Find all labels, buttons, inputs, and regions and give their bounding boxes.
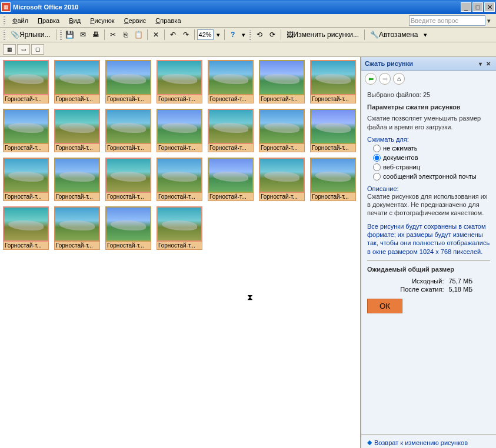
thumbnail-image[interactable] [3, 109, 49, 144]
compress-radio-option[interactable]: сообщений электронной почты [373, 173, 490, 180]
minimize-button[interactable]: _ [461, 2, 471, 12]
zoom-combo[interactable]: 42% [197, 29, 214, 40]
thumbnail-item[interactable]: Горностай-т... [54, 60, 100, 103]
thumbnail-item[interactable]: Горностай-т... [157, 109, 202, 152]
save-icon[interactable]: 💾 [64, 29, 76, 41]
thumbnail-pane[interactable]: Горностай-т...Горностай-т...Горностай-т.… [0, 57, 361, 448]
toolbar-grip-2[interactable] [60, 29, 62, 40]
radio-input[interactable] [373, 145, 381, 152]
zoom-dropdown[interactable]: ▾ [215, 31, 222, 39]
thumbnail-item[interactable]: Горностай-т... [3, 206, 49, 250]
thumbnail-image[interactable] [157, 158, 202, 193]
thumbnail-image[interactable] [310, 60, 356, 95]
delete-icon[interactable]: ✕ [150, 29, 162, 41]
menu-picture[interactable]: Рисунок [85, 16, 119, 25]
rotate-right-icon[interactable]: ⟳ [267, 29, 278, 41]
thumbnail-item[interactable]: Горностай-т... [54, 158, 100, 201]
return-link[interactable]: Возврат к изменению рисунков [374, 439, 468, 446]
thumbnail-item[interactable]: Горностай-т... [105, 60, 151, 103]
nav-back-icon[interactable]: ⬅ [365, 73, 377, 85]
thumbnail-image[interactable] [105, 109, 151, 144]
single-view-icon[interactable]: ▢ [31, 44, 44, 55]
thumbnail-item[interactable]: Горностай-т... [310, 158, 356, 201]
thumbnail-item[interactable]: Горностай-т... [259, 109, 305, 152]
filmstrip-view-icon[interactable]: ▭ [17, 44, 30, 55]
close-button[interactable]: ✕ [484, 2, 495, 12]
ok-button[interactable]: ОК [367, 299, 402, 313]
menu-tools[interactable]: Сервис [119, 16, 151, 25]
compress-radio-option[interactable]: не сжимать [373, 145, 490, 152]
maximize-button[interactable]: □ [472, 2, 483, 12]
thumbnail-image[interactable] [208, 158, 254, 193]
thumbnail-image[interactable] [259, 60, 305, 95]
thumbnail-image[interactable] [105, 206, 151, 242]
thumbnail-item[interactable]: Горностай-т... [208, 158, 254, 201]
compress-radio-option[interactable]: веб-страниц [373, 163, 490, 171]
mail-icon[interactable]: ✉ [77, 29, 89, 41]
edit-pictures-button[interactable]: 🖼 Изменить рисунки... [284, 29, 362, 41]
thumbnail-item[interactable]: Горностай-т... [157, 60, 202, 103]
thumbnail-image[interactable] [54, 60, 100, 95]
paste-icon[interactable]: 📋 [133, 29, 145, 41]
thumbnail-image[interactable] [208, 60, 254, 95]
thumbnail-item[interactable]: Горностай-т... [3, 109, 49, 152]
rotate-left-icon[interactable]: ⟲ [254, 29, 265, 41]
thumbnail-item[interactable]: Горностай-т... [54, 206, 100, 250]
thumbnail-item[interactable]: Горностай-т... [105, 206, 151, 250]
thumbnail-image[interactable] [157, 60, 202, 95]
radio-input[interactable] [373, 163, 381, 171]
menu-help[interactable]: Справка [151, 16, 185, 25]
thumbnail-image[interactable] [310, 109, 356, 144]
radio-input[interactable] [373, 154, 381, 162]
help-question-box[interactable]: Введите вопрос [409, 15, 485, 26]
thumbnail-image[interactable] [157, 206, 202, 242]
menu-view[interactable]: Вид [64, 16, 85, 25]
shortcuts-button[interactable]: 📎 Ярлыки... [8, 29, 54, 41]
thumbnail-image[interactable] [54, 206, 100, 242]
thumbnail-image[interactable] [105, 158, 151, 193]
thumbnail-image[interactable] [157, 109, 202, 144]
print-icon[interactable]: 🖶 [90, 29, 102, 41]
thumbnail-item[interactable]: Горностай-т... [3, 60, 49, 103]
thumbnail-image[interactable] [259, 158, 305, 193]
thumbnail-image[interactable] [54, 109, 100, 144]
copy-icon[interactable]: ⎘ [120, 29, 132, 41]
thumbnail-image[interactable] [3, 158, 49, 193]
redo-icon[interactable]: ↷ [180, 29, 192, 41]
help-icon[interactable]: ? [227, 29, 239, 41]
menu-edit[interactable]: Правка [33, 16, 64, 25]
nav-forward-icon[interactable]: ➡ [379, 73, 391, 85]
thumbnail-image[interactable] [208, 109, 254, 144]
task-pane-close-icon[interactable]: ✕ [484, 59, 492, 68]
menu-file[interactable]: Файл [8, 16, 33, 25]
thumbnail-image[interactable] [310, 158, 356, 193]
toolbar-grip-1[interactable] [4, 29, 5, 40]
cut-icon[interactable]: ✂ [107, 29, 119, 41]
compress-radio-option[interactable]: документов [373, 154, 490, 162]
thumbnail-item[interactable]: Горностай-т... [208, 109, 254, 152]
thumbnail-item[interactable]: Горностай-т... [310, 109, 356, 152]
thumbnail-item[interactable]: Горностай-т... [3, 158, 49, 201]
thumbnail-item[interactable]: Горностай-т... [105, 158, 151, 201]
thumbnail-image[interactable] [105, 60, 151, 95]
thumbnail-item[interactable]: Горностай-т... [105, 109, 151, 152]
thumbnail-image[interactable] [3, 60, 49, 95]
toolbar-overflow-1[interactable]: ▾ [240, 31, 247, 39]
thumbnail-item[interactable]: Горностай-т... [54, 109, 100, 152]
autoreplace-button[interactable]: 🔧 Автозамена [367, 29, 421, 41]
thumbnail-image[interactable] [3, 206, 49, 242]
thumbnail-item[interactable]: Горностай-т... [157, 158, 202, 201]
undo-icon[interactable]: ↶ [167, 29, 179, 41]
thumbnail-item[interactable]: Горностай-т... [208, 60, 254, 103]
thumbnail-view-icon[interactable]: ▦ [3, 44, 16, 55]
thumbnail-item[interactable]: Горностай-т... [310, 60, 356, 103]
thumbnail-item[interactable]: Горностай-т... [259, 60, 305, 103]
radio-input[interactable] [373, 173, 381, 180]
help-question-dropdown[interactable]: ▾ [485, 17, 492, 25]
task-pane-menu-icon[interactable]: ▾ [476, 59, 484, 68]
toolbar-grip-3[interactable] [249, 29, 251, 40]
thumbnail-item[interactable]: Горностай-т... [157, 206, 202, 250]
nav-home-icon[interactable]: ⌂ [393, 73, 405, 85]
thumbnail-image[interactable] [259, 109, 305, 144]
toolbar-overflow-2[interactable]: ▾ [422, 31, 429, 39]
